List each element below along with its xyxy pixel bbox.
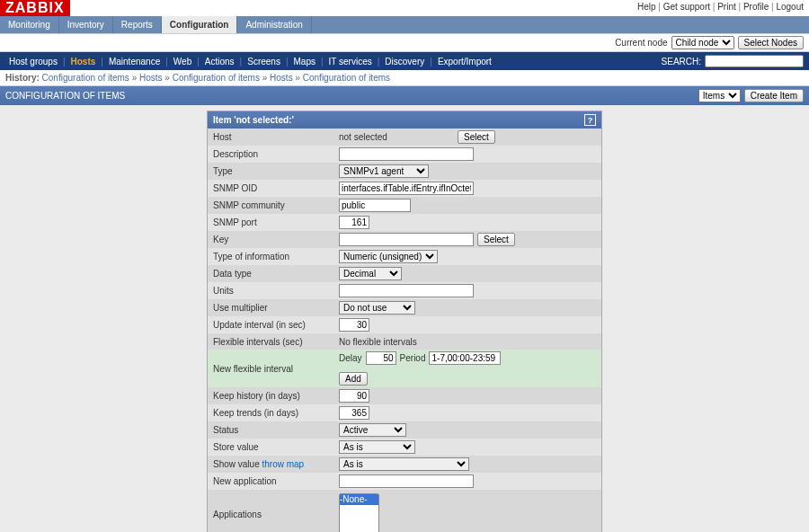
label-keep-trends: Keep trends (in days)	[213, 408, 339, 418]
sub-discovery[interactable]: Discovery	[381, 57, 428, 66]
sub-maps[interactable]: Maps	[290, 57, 319, 66]
tab-monitoring[interactable]: Monitoring	[0, 16, 59, 33]
label-show-value: Show value throw map	[213, 459, 339, 469]
sub-it-services[interactable]: IT services	[325, 57, 376, 66]
store-value-select[interactable]: As is	[339, 440, 415, 454]
add-flex-button[interactable]: Add	[339, 372, 368, 386]
keep-trends-input[interactable]	[339, 406, 369, 420]
label-store-value: Store value	[213, 442, 339, 452]
crumb-1[interactable]: Hosts	[139, 73, 163, 83]
data-type-select[interactable]: Decimal	[339, 267, 402, 280]
node-select[interactable]: Child node	[671, 36, 734, 49]
sub-export-import[interactable]: Export/Import	[434, 57, 495, 66]
multiplier-select[interactable]: Do not use	[339, 301, 415, 315]
key-input[interactable]	[339, 233, 474, 246]
help-icon[interactable]: ?	[584, 114, 596, 126]
period-input[interactable]	[429, 351, 501, 365]
node-label: Current node	[615, 38, 667, 48]
crumb-4[interactable]: Configuration of items	[303, 73, 390, 83]
section-title: CONFIGURATION OF ITEMS	[5, 91, 125, 101]
select-nodes-button[interactable]: Select Nodes	[738, 36, 804, 49]
label-snmp-community: SNMP community	[213, 200, 339, 210]
period-label: Period	[400, 353, 426, 363]
type-select[interactable]: SNMPv1 agent	[339, 164, 429, 178]
label-new-flex: New flexible interval	[213, 364, 339, 374]
status-select[interactable]: Active	[339, 423, 406, 437]
section-dropdown[interactable]: Items	[698, 89, 741, 102]
label-flex-intervals: Flexible intervals (sec)	[213, 337, 339, 347]
tab-reports[interactable]: Reports	[113, 16, 162, 33]
delay-label: Delay	[339, 353, 362, 363]
key-select-button[interactable]: Select	[477, 233, 515, 246]
sub-maintenance[interactable]: Maintenance	[105, 57, 164, 66]
link-help[interactable]: Help	[637, 2, 656, 12]
keep-history-input[interactable]	[339, 389, 369, 403]
create-item-button[interactable]: Create Item	[744, 89, 804, 102]
tab-administration[interactable]: Administration	[237, 16, 311, 33]
label-units: Units	[213, 286, 339, 296]
sub-actions[interactable]: Actions	[201, 57, 238, 66]
label-applications: Applications	[213, 493, 339, 519]
link-logout[interactable]: Logout	[776, 2, 804, 12]
label-status: Status	[213, 425, 339, 435]
history-bar: History: Configuration of items » Hosts …	[0, 70, 809, 86]
label-data-type: Data type	[213, 269, 339, 279]
label-description: Description	[213, 149, 339, 159]
tab-configuration[interactable]: Configuration	[162, 16, 238, 33]
show-value-select[interactable]: As is	[339, 457, 469, 471]
label-multiplier: Use multiplier	[213, 303, 339, 313]
label-snmp-oid: SNMP OID	[213, 183, 339, 193]
main-menu: Monitoring Inventory Reports Configurati…	[0, 16, 809, 33]
label-update-interval: Update interval (in sec)	[213, 320, 339, 330]
logo: ZABBIX	[0, 0, 70, 16]
crumb-3[interactable]: Hosts	[270, 73, 293, 83]
delay-input[interactable]	[366, 351, 396, 365]
label-new-app: New application	[213, 476, 339, 486]
description-input[interactable]	[339, 147, 474, 161]
units-input[interactable]	[339, 284, 474, 297]
sub-web[interactable]: Web	[170, 57, 195, 66]
host-select-button[interactable]: Select	[458, 130, 495, 144]
snmp-oid-input[interactable]	[339, 182, 474, 195]
snmp-community-input[interactable]	[339, 199, 411, 212]
crumb-2[interactable]: Configuration of items	[173, 73, 260, 83]
label-keep-history: Keep history (in days)	[213, 391, 339, 401]
throw-map-link[interactable]: throw map	[262, 459, 304, 469]
link-print[interactable]: Print	[717, 2, 736, 12]
node-bar: Current node Child node Select Nodes	[0, 33, 809, 52]
label-key: Key	[213, 235, 339, 244]
item-form: Item 'not selected:' ? Host not selected…	[207, 111, 602, 532]
update-interval-input[interactable]	[339, 318, 369, 332]
form-title: Item 'not selected:'	[213, 115, 294, 125]
sub-host-groups[interactable]: Host groups	[5, 57, 61, 66]
sub-screens[interactable]: Screens	[244, 57, 284, 66]
new-app-input[interactable]	[339, 474, 474, 488]
search-label: SEARCH:	[662, 57, 701, 66]
top-links: Help | Get support | Print | Profile | L…	[637, 0, 809, 12]
history-label: History:	[5, 73, 40, 83]
link-profile[interactable]: Profile	[743, 2, 769, 12]
search-box: SEARCH:	[662, 55, 804, 67]
host-value: not selected	[339, 132, 454, 142]
label-type-info: Type of information	[213, 252, 339, 262]
form-header: Item 'not selected:' ?	[208, 111, 601, 129]
label-host: Host	[213, 132, 339, 142]
link-get-support[interactable]: Get support	[663, 2, 710, 12]
section-header: CONFIGURATION OF ITEMS Items Create Item	[0, 86, 809, 105]
snmp-port-input[interactable]	[339, 216, 369, 229]
sub-hosts[interactable]: Hosts	[67, 57, 100, 66]
type-info-select[interactable]: Numeric (unsigned)	[339, 250, 438, 263]
applications-listbox[interactable]: -None-	[339, 493, 379, 532]
search-input[interactable]	[705, 55, 804, 67]
label-type: Type	[213, 166, 339, 176]
sub-menu: Host groups| Hosts| Maintenance| Web| Ac…	[0, 52, 809, 70]
crumb-0[interactable]: Configuration of items	[42, 73, 129, 83]
flex-intervals-text: No flexible intervals	[339, 337, 417, 347]
label-snmp-port: SNMP port	[213, 217, 339, 227]
tab-inventory[interactable]: Inventory	[59, 16, 113, 33]
